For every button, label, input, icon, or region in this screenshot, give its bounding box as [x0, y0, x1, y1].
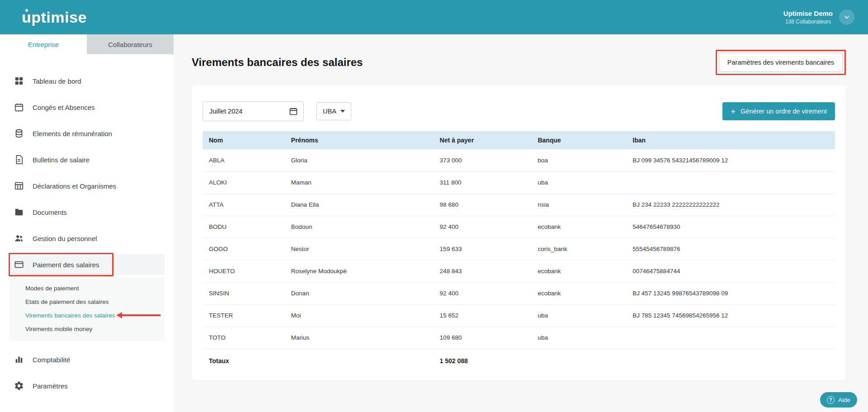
- chevron-down-icon[interactable]: [839, 9, 854, 25]
- cell-prenoms: Gloria: [285, 149, 434, 171]
- table-row: TESTER Moi 15 652 uba BJ 785 12345 74569…: [203, 304, 835, 327]
- cell-banque: boa: [531, 149, 626, 171]
- sidebar-item-documents[interactable]: Documents: [0, 199, 174, 225]
- bank-filter-value: UBA: [323, 108, 336, 115]
- bank-filter-select[interactable]: UBA: [316, 102, 351, 120]
- sidebar-item-declarations-organismes[interactable]: Déclarations et Organismes: [0, 173, 174, 199]
- tab-collaborateurs[interactable]: Collaborateurs: [87, 34, 174, 54]
- table-row: GOGO Nestor 159 633 coris_bank 555454567…: [203, 238, 835, 260]
- cell-prenoms: Donan: [285, 282, 434, 304]
- table-head: Nom Prénoms Net à payer Banque Iban: [203, 131, 835, 149]
- table-body: ABLA Gloria 373 000 boa BJ 099 34576 543…: [203, 149, 835, 349]
- annotation-arrow: [116, 312, 160, 318]
- tab-entreprise[interactable]: Entreprise: [0, 34, 87, 54]
- totals-amount: 1 502 088: [434, 349, 532, 373]
- cell-net-a-payer: 159 633: [434, 238, 532, 260]
- submenu-item-virements-mobile-money[interactable]: Virements mobile money: [9, 322, 165, 336]
- cell-iban: 00746475884744: [626, 260, 835, 282]
- sidebar-item-conges-absences[interactable]: Congés et Absences: [0, 94, 174, 120]
- table-row: SINSIN Donan 92 400 ecobank BJ 457 13245…: [203, 282, 835, 304]
- submenu-item-modes-paiement[interactable]: Modes de paiement: [9, 281, 165, 295]
- table-row: ATTA Diana Ella 98 680 nsia BJ 234 22233…: [203, 194, 835, 216]
- sidebar-item-label: Documents: [33, 208, 67, 216]
- submenu-item-label: Virements bancaires des salaires: [25, 312, 115, 319]
- cell-iban: [626, 327, 835, 349]
- table-row: TOTO Marius 109 680 uba: [203, 327, 835, 349]
- cell-prenoms: Bodoun: [285, 216, 434, 238]
- bar-chart-icon: [14, 354, 24, 365]
- totals-label: Totaux: [203, 349, 285, 373]
- sidebar-item-paiement-salaires[interactable]: Paiement des salaires: [9, 254, 165, 275]
- help-button[interactable]: ? Aide: [820, 392, 857, 407]
- sidebar-item-label: Bulletins de salaire: [33, 156, 90, 164]
- sidebar-item-label: Paiement des salaires: [33, 261, 99, 269]
- cell-nom: HOUETO: [203, 260, 285, 282]
- sidebar-item-bulletins-salaire[interactable]: Bulletins de salaire: [0, 147, 174, 173]
- table-row: ABLA Gloria 373 000 boa BJ 099 34576 543…: [203, 149, 835, 171]
- table-row: ALOKI Maman 311 800 uba: [203, 171, 835, 194]
- cell-prenoms: Roselyne Modoukpè: [285, 260, 434, 282]
- col-header-nom: Nom: [203, 131, 285, 149]
- cell-net-a-payer: 373 000: [434, 149, 532, 171]
- sidebar-item-label: Elements de rémunération: [33, 130, 112, 137]
- cell-prenoms: Marius: [285, 327, 434, 349]
- people-icon: [14, 233, 24, 244]
- sidebar-item-elements-remuneration[interactable]: Elements de rémunération: [0, 120, 174, 147]
- sidebar-item-label: Gestion du personnel: [33, 235, 97, 242]
- sidebar-item-label: Paramètres: [33, 382, 68, 390]
- cell-banque: ecobank: [531, 216, 626, 238]
- col-header-banque: Banque: [531, 131, 626, 149]
- generate-order-label: Générer un ordre de virement: [741, 108, 827, 115]
- submenu-item-label: Modes de paiement: [25, 285, 79, 292]
- credit-card-icon: [14, 259, 24, 270]
- cell-nom: SINSIN: [203, 282, 285, 304]
- sidebar-item-tableau-de-bord[interactable]: Tableau de bord: [0, 68, 174, 94]
- cell-banque: ecobank: [531, 282, 626, 304]
- document-icon: [14, 154, 24, 165]
- folder-icon: [14, 207, 24, 218]
- plus-icon: +: [731, 107, 736, 116]
- month-picker-value: Juillet 2024: [209, 108, 242, 115]
- page-header: Virements bancaires des salaires Paramèt…: [192, 50, 846, 75]
- page-layout: Entreprise Collaborateurs Tableau de bor…: [0, 34, 868, 412]
- sidebar-item-comptabilite[interactable]: Comptabilité: [0, 346, 174, 373]
- cell-net-a-payer: 92 400: [434, 216, 532, 238]
- cell-nom: TOTO: [203, 327, 285, 349]
- help-label: Aide: [838, 397, 850, 403]
- page-title: Virements bancaires des salaires: [192, 56, 363, 69]
- cell-iban: BJ 457 13245 99876543789098 09: [626, 282, 835, 304]
- cell-iban: [626, 171, 835, 194]
- topbar: uptimise Uptimise Demo 138 Collaborateur…: [0, 0, 868, 34]
- caret-down-icon: [340, 110, 345, 113]
- virement-settings-button[interactable]: Paramètres des virements bancaires: [719, 53, 843, 72]
- table-header-row: Nom Prénoms Net à payer Banque Iban: [203, 131, 835, 149]
- col-header-net: Net à payer: [434, 131, 532, 149]
- submenu-item-virements-bancaires[interactable]: Virements bancaires des salaires: [9, 308, 165, 322]
- submenu-item-etats-paiement[interactable]: Etats de paiement des salaires: [9, 295, 165, 308]
- calendar-icon: [14, 102, 24, 113]
- account-menu[interactable]: Uptimise Demo 138 Collaborateurs: [783, 9, 854, 25]
- cell-banque: uba: [531, 327, 626, 349]
- col-header-iban: Iban: [626, 131, 835, 149]
- cell-banque: coris_bank: [531, 238, 626, 260]
- generate-order-button[interactable]: + Générer un ordre de virement: [722, 102, 835, 120]
- sidebar-item-label: Congés et Absences: [33, 104, 95, 111]
- calendar-icon[interactable]: [289, 107, 298, 116]
- sidebar-item-gestion-personnel[interactable]: Gestion du personnel: [0, 225, 174, 251]
- sidebar-item-parametres[interactable]: Paramètres: [0, 373, 174, 399]
- virements-card: Juillet 2024 UBA + Générer un ordre de v…: [192, 85, 846, 380]
- cell-nom: TESTER: [203, 304, 285, 327]
- month-picker[interactable]: Juillet 2024: [203, 101, 304, 121]
- totals-row: Totaux 1 502 088: [203, 349, 835, 373]
- cell-net-a-payer: 311 800: [434, 171, 532, 194]
- cell-nom: ALOKI: [203, 171, 285, 194]
- paiement-submenu: Modes de paiement Etats de paiement des …: [9, 278, 165, 341]
- sidebar-tabs: Entreprise Collaborateurs: [0, 34, 174, 54]
- table-row: BODU Bodoun 92 400 ecobank 5464765467893…: [203, 216, 835, 238]
- cell-banque: uba: [531, 171, 626, 194]
- cell-iban: 55545456789876: [626, 238, 835, 260]
- account-info: Uptimise Demo 138 Collaborateurs: [783, 9, 833, 25]
- cell-prenoms: Maman: [285, 171, 434, 194]
- cell-prenoms: Moi: [285, 304, 434, 327]
- cell-nom: ATTA: [203, 194, 285, 216]
